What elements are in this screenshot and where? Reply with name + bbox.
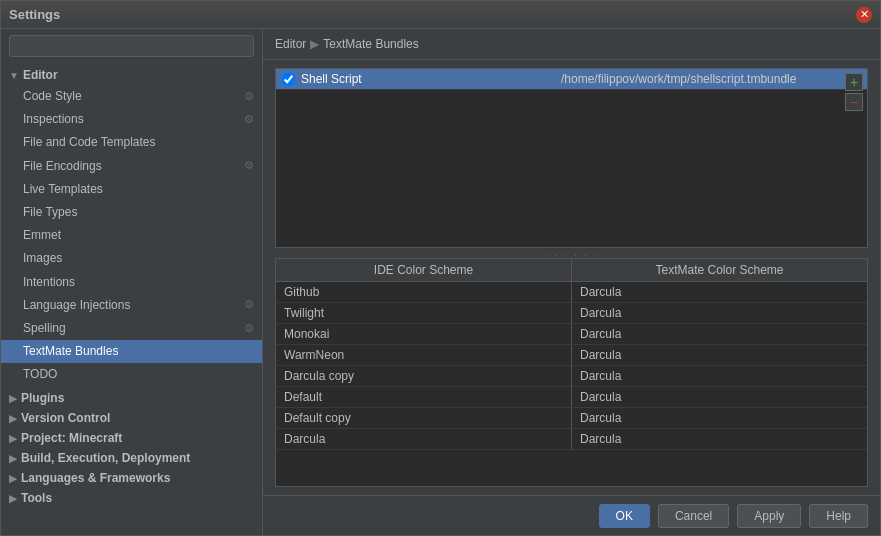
help-button[interactable]: Help: [809, 504, 868, 528]
color-scheme-row[interactable]: Monokai Darcula: [276, 324, 867, 345]
gear-icon: ⚙: [244, 157, 254, 175]
sidebar-item-file-code-templates[interactable]: File and Code Templates: [1, 131, 262, 154]
color-scheme-table: IDE Color Scheme TextMate Color Scheme G…: [276, 259, 867, 450]
breadcrumb: Editor ▶ TextMate Bundles: [263, 29, 880, 60]
color-scheme-row[interactable]: WarmNeon Darcula: [276, 345, 867, 366]
sidebar-item-label: File Encodings: [23, 157, 102, 176]
add-bundle-button[interactable]: +: [845, 73, 863, 91]
color-scheme-row[interactable]: Darcula Darcula: [276, 429, 867, 450]
sidebar-group-label: Languages & Frameworks: [21, 471, 170, 485]
col-tm-header: TextMate Color Scheme: [572, 259, 868, 282]
sidebar-group-tools[interactable]: ▶ Tools: [1, 488, 262, 508]
expand-arrow-icon: ▼: [9, 70, 19, 81]
sidebar-group-build[interactable]: ▶ Build, Execution, Deployment: [1, 448, 262, 468]
expand-arrow-icon: ▶: [9, 493, 17, 504]
color-scheme-table-wrapper: IDE Color Scheme TextMate Color Scheme G…: [275, 258, 868, 487]
tm-color-scheme-cell: Darcula: [572, 408, 868, 429]
tm-color-scheme-cell: Darcula: [572, 345, 868, 366]
main-panel: Editor ▶ TextMate Bundles Shell Script /…: [263, 29, 880, 535]
editor-section: ▼ Editor Code Style ⚙ Inspections ⚙ File…: [1, 63, 262, 388]
sidebar-group-plugins[interactable]: ▶ Plugins: [1, 388, 262, 408]
breadcrumb-current: TextMate Bundles: [323, 37, 418, 51]
color-scheme-row[interactable]: Default Darcula: [276, 387, 867, 408]
settings-window: Settings ✕ ▼ Editor Code Style ⚙ Inspect…: [0, 0, 881, 536]
bundle-actions: + −: [841, 69, 867, 115]
expand-arrow-icon: ▶: [9, 473, 17, 484]
sidebar-item-label: Language Injections: [23, 296, 130, 315]
ide-color-scheme-cell: Github: [276, 282, 572, 303]
sidebar-group-label: Build, Execution, Deployment: [21, 451, 190, 465]
color-scheme-row[interactable]: Twilight Darcula: [276, 303, 867, 324]
tm-color-scheme-cell: Darcula: [572, 303, 868, 324]
sidebar-item-label: Intentions: [23, 273, 75, 292]
sidebar-item-label: Inspections: [23, 110, 84, 129]
tm-color-scheme-cell: Darcula: [572, 366, 868, 387]
title-bar: Settings ✕: [1, 1, 880, 29]
ide-color-scheme-cell: Default: [276, 387, 572, 408]
col-ide-header: IDE Color Scheme: [276, 259, 572, 282]
sidebar-item-label: Spelling: [23, 319, 66, 338]
ide-color-scheme-cell: Darcula copy: [276, 366, 572, 387]
gear-icon: ⚙: [244, 320, 254, 338]
sidebar-item-file-encodings[interactable]: File Encodings ⚙: [1, 155, 262, 178]
sidebar-group-label: Version Control: [21, 411, 110, 425]
tm-color-scheme-cell: Darcula: [572, 324, 868, 345]
bundle-row[interactable]: Shell Script /home/filippov/work/tmp/she…: [276, 69, 867, 90]
tm-color-scheme-cell: Darcula: [572, 387, 868, 408]
gear-icon: ⚙: [244, 296, 254, 314]
sidebar-group-label: Editor: [23, 68, 58, 82]
expand-arrow-icon: ▶: [9, 393, 17, 404]
sidebar-item-label: File Types: [23, 203, 77, 222]
sidebar-group-label: Project: Minecraft: [21, 431, 122, 445]
color-scheme-row[interactable]: Default copy Darcula: [276, 408, 867, 429]
ide-color-scheme-cell: WarmNeon: [276, 345, 572, 366]
sidebar-item-emmet[interactable]: Emmet: [1, 224, 262, 247]
expand-arrow-icon: ▶: [9, 433, 17, 444]
sidebar-item-textmate-bundles[interactable]: TextMate Bundles: [1, 340, 262, 363]
search-input[interactable]: [9, 35, 254, 57]
bundle-checkbox[interactable]: [282, 73, 295, 86]
apply-button[interactable]: Apply: [737, 504, 801, 528]
footer: OK Cancel Apply Help: [263, 495, 880, 535]
tm-color-scheme-cell: Darcula: [572, 429, 868, 450]
tm-color-scheme-cell: Darcula: [572, 282, 868, 303]
sidebar-item-code-style[interactable]: Code Style ⚙: [1, 85, 262, 108]
ide-color-scheme-cell: Monokai: [276, 324, 572, 345]
ok-button[interactable]: OK: [599, 504, 650, 528]
color-scheme-row[interactable]: Github Darcula: [276, 282, 867, 303]
sidebar-item-language-injections[interactable]: Language Injections ⚙: [1, 294, 262, 317]
close-button[interactable]: ✕: [856, 7, 872, 23]
remove-bundle-button[interactable]: −: [845, 93, 863, 111]
sidebar-group-version-control[interactable]: ▶ Version Control: [1, 408, 262, 428]
bundle-list: Shell Script /home/filippov/work/tmp/she…: [275, 68, 868, 248]
sidebar-item-inspections[interactable]: Inspections ⚙: [1, 108, 262, 131]
sidebar-item-live-templates[interactable]: Live Templates: [1, 178, 262, 201]
sidebar-group-languages[interactable]: ▶ Languages & Frameworks: [1, 468, 262, 488]
ide-color-scheme-cell: Darcula: [276, 429, 572, 450]
window-title: Settings: [9, 7, 60, 22]
color-scheme-row[interactable]: Darcula copy Darcula: [276, 366, 867, 387]
expand-arrow-icon: ▶: [9, 413, 17, 424]
sidebar-item-spelling[interactable]: Spelling ⚙: [1, 317, 262, 340]
sidebar-item-label: TODO: [23, 365, 57, 384]
sidebar-group-label: Tools: [21, 491, 52, 505]
gear-icon: ⚙: [244, 111, 254, 129]
main-content: ▼ Editor Code Style ⚙ Inspections ⚙ File…: [1, 29, 880, 535]
sidebar: ▼ Editor Code Style ⚙ Inspections ⚙ File…: [1, 29, 263, 535]
sidebar-item-file-types[interactable]: File Types: [1, 201, 262, 224]
sidebar-item-label: Emmet: [23, 226, 61, 245]
sidebar-item-label: Images: [23, 249, 62, 268]
sidebar-item-label: TextMate Bundles: [23, 342, 118, 361]
breadcrumb-parent: Editor: [275, 37, 306, 51]
bundle-name: Shell Script: [301, 72, 561, 86]
expand-arrow-icon: ▶: [9, 453, 17, 464]
sidebar-item-label: Code Style: [23, 87, 82, 106]
sidebar-item-todo[interactable]: TODO: [1, 363, 262, 386]
cancel-button[interactable]: Cancel: [658, 504, 729, 528]
breadcrumb-separator: ▶: [310, 37, 319, 51]
sidebar-group-editor[interactable]: ▼ Editor: [1, 65, 262, 85]
sidebar-item-intentions[interactable]: Intentions: [1, 271, 262, 294]
sidebar-group-project[interactable]: ▶ Project: Minecraft: [1, 428, 262, 448]
sidebar-item-images[interactable]: Images: [1, 247, 262, 270]
sidebar-item-label: Live Templates: [23, 180, 103, 199]
